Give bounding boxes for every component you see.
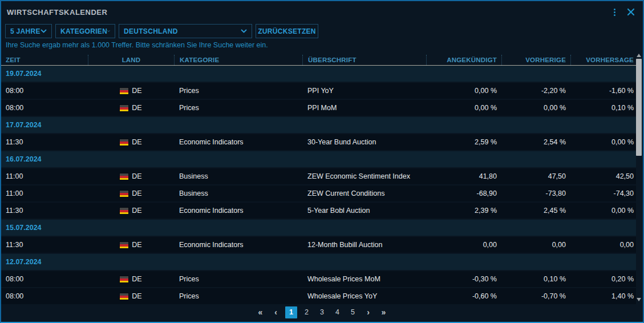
event-row[interactable]: 11:00DEBusinessZEW Economic Sentiment In… (1, 168, 636, 185)
pagination: «‹12345›» (1, 306, 643, 318)
scrollbar-thumb[interactable] (636, 59, 642, 156)
scroll-up-arrow-icon[interactable] (637, 54, 641, 57)
event-category: Prices (174, 275, 302, 283)
event-category: Prices (174, 104, 302, 112)
reset-button-label: ZURÜCKSETZEN (258, 27, 316, 35)
table-body: 19.07.202408:00DEPricesPPI YoY0,00 %-2,2… (1, 66, 636, 305)
event-row[interactable]: 11:30DEEconomic Indicators30-Year Bund A… (1, 134, 636, 151)
event-announced: -68,90 (426, 189, 501, 197)
event-headline: Wholesale Prices MoM (302, 275, 426, 283)
event-forecast: 1,40 % (570, 292, 636, 300)
scroll-down-arrow-icon[interactable] (637, 298, 641, 301)
period-dropdown[interactable]: 5 JAHRE (5, 24, 52, 38)
column-header-kategorie[interactable]: KATEGORIE (174, 55, 302, 65)
column-header-land[interactable]: LAND (88, 55, 174, 65)
event-forecast: 0,20 % (570, 275, 636, 283)
event-row[interactable]: 08:00DEPricesWholesale Prices MoM-0,30 %… (1, 271, 636, 288)
economic-calendar-panel: WIRTSCHAFTSKALENDER 5 JAHRE KATEGORIEN D… (0, 0, 644, 323)
event-forecast: 42,50 (570, 172, 636, 180)
germany-flag-icon (120, 293, 128, 300)
event-forecast: -74,30 (570, 189, 636, 197)
last-page-button[interactable]: » (378, 306, 390, 318)
event-headline: Wholesale Prices YoY (302, 292, 426, 300)
next-page-button[interactable]: › (362, 306, 374, 318)
event-row[interactable]: 08:00DEPricesPPI YoY0,00 %-2,20 %-1,60 % (1, 83, 636, 100)
country-code: DE (132, 138, 141, 146)
column-header-vorherige[interactable]: VORHERIGE (501, 55, 570, 65)
column-header-ueberschrift[interactable]: ÜBERSCHRIFT (302, 55, 426, 65)
event-headline: 12-Month Bubill Auction (302, 241, 426, 249)
table-header: ZEIT LAND KATEGORIE ÜBERSCHRIFT ANGEKÜND… (1, 55, 636, 66)
kebab-menu-icon[interactable] (613, 7, 617, 17)
event-row[interactable]: 08:00DEPricesWholesale Prices YoY-0,60 %… (1, 288, 636, 305)
page-button-2[interactable]: 2 (301, 306, 313, 318)
column-header-zeit[interactable]: ZEIT (1, 55, 88, 65)
germany-flag-icon (120, 88, 128, 94)
date-group-row: 16.07.2024 (1, 151, 636, 168)
event-category: Prices (174, 87, 302, 95)
country-code: DE (132, 292, 141, 300)
first-page-button[interactable]: « (254, 306, 266, 318)
page-button-4[interactable]: 4 (331, 306, 343, 318)
date-group-row: 17.07.2024 (1, 117, 636, 134)
country-code: DE (132, 241, 141, 249)
prev-page-button[interactable]: ‹ (270, 306, 282, 318)
event-previous: 2,54 % (501, 138, 570, 146)
event-country: DE (88, 104, 174, 112)
event-category: Economic Indicators (174, 241, 302, 249)
country-code: DE (132, 275, 141, 283)
filter-bar: 5 JAHRE KATEGORIEN DEUTSCHLAND ZURÜCKSET… (1, 24, 643, 38)
page-button-3[interactable]: 3 (316, 306, 328, 318)
event-time: 11:00 (1, 189, 88, 197)
event-row[interactable]: 11:30DEEconomic Indicators12-Month Bubil… (1, 237, 636, 254)
event-previous: 0,00 (501, 241, 570, 249)
event-previous: 2,45 % (501, 207, 570, 215)
event-row[interactable]: 11:30DEEconomic Indicators5-Year Bobl Au… (1, 203, 636, 220)
germany-flag-icon (120, 242, 128, 248)
event-country: DE (88, 241, 174, 249)
event-headline: ZEW Economic Sentiment Index (302, 172, 426, 180)
event-announced: 0,00 % (426, 87, 501, 95)
date-group-row: 15.07.2024 (1, 220, 636, 237)
categories-dropdown-label: KATEGORIEN (60, 27, 107, 35)
event-forecast: 0,00 (570, 241, 636, 249)
reset-button[interactable]: ZURÜCKSETZEN (256, 24, 318, 38)
categories-dropdown[interactable]: KATEGORIEN (55, 24, 115, 38)
event-headline: PPI MoM (302, 104, 426, 112)
event-forecast: -1,60 % (570, 87, 636, 95)
panel-title: WIRTSCHAFTSKALENDER (7, 8, 107, 17)
column-header-vorhersage[interactable]: VORHERSAGE (570, 55, 636, 65)
event-announced: 2,39 % (426, 207, 501, 215)
column-header-angekuendigt[interactable]: ANGEKÜNDIGT (426, 55, 501, 65)
date-group-row: 19.07.2024 (1, 66, 636, 83)
date-group-row: 12.07.2024 (1, 254, 636, 271)
event-announced: 0,00 % (426, 104, 501, 112)
close-icon[interactable] (627, 8, 635, 16)
event-category: Business (174, 172, 302, 180)
event-row[interactable]: 08:00DEPricesPPI MoM0,00 %0,00 %0,10 % (1, 100, 636, 117)
event-announced: -0,60 % (426, 292, 501, 300)
event-previous: -0,70 % (501, 292, 570, 300)
event-previous: 0,10 % (501, 275, 570, 283)
event-category: Prices (174, 292, 302, 300)
country-code: DE (132, 104, 141, 112)
event-time: 11:30 (1, 138, 88, 146)
country-dropdown[interactable]: DEUTSCHLAND (119, 24, 252, 38)
event-headline: 30-Year Bund Auction (302, 138, 426, 146)
event-category: Business (174, 189, 302, 197)
event-country: DE (88, 292, 174, 300)
page-button-1[interactable]: 1 (285, 306, 297, 318)
titlebar-actions (613, 7, 635, 17)
event-row[interactable]: 11:00DEBusinessZEW Current Conditions-68… (1, 185, 636, 203)
event-forecast: 0,00 % (570, 207, 636, 215)
event-forecast: 0,10 % (570, 104, 636, 112)
country-code: DE (132, 87, 141, 95)
event-announced: 41,80 (426, 172, 501, 180)
event-announced: -0,30 % (426, 275, 501, 283)
event-country: DE (88, 87, 174, 95)
page-button-5[interactable]: 5 (347, 306, 359, 318)
event-forecast: 0,00 % (570, 138, 636, 146)
chevron-down-icon (40, 29, 47, 33)
country-code: DE (132, 172, 141, 180)
event-time: 08:00 (1, 87, 88, 95)
